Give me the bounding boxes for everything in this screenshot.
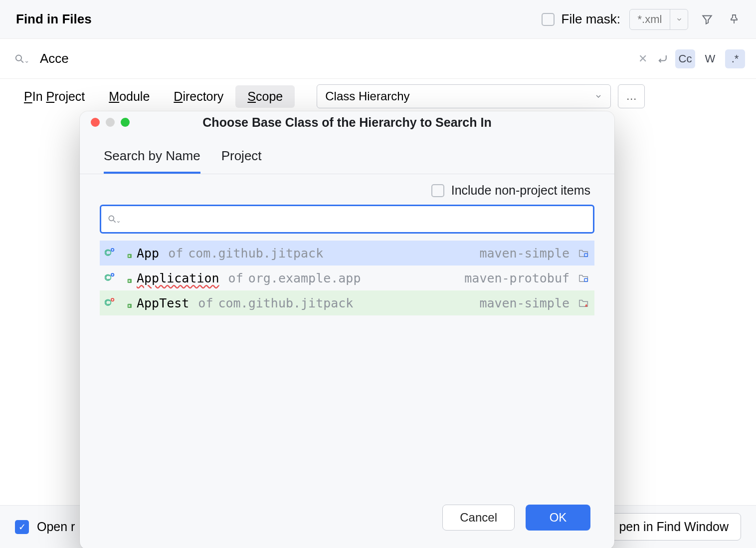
runnable-indicator-icon: [121, 297, 132, 308]
svg-line-1: [21, 60, 23, 62]
search-options: ✕ Cc W .*: [634, 49, 745, 68]
class-name: App: [137, 246, 159, 261]
scope-dropdown-value: Class Hierarchy: [325, 89, 409, 103]
runnable-indicator-icon: [121, 248, 132, 259]
list-item[interactable]: AppTest of com.github.jitpackmaven-simpl…: [100, 290, 594, 315]
choose-base-class-dialog: Choose Base Class of the Hierarchy to Se…: [80, 111, 614, 548]
svg-point-0: [16, 55, 21, 60]
scope-dropdown[interactable]: Class Hierarchy: [317, 84, 611, 108]
scope-more-button[interactable]: …: [618, 84, 645, 108]
open-results-checkbox[interactable]: ✓: [15, 520, 29, 534]
file-mask-input[interactable]: [630, 9, 670, 29]
scope-bar: PIn Project Module Directory Scope Class…: [0, 79, 756, 114]
of-label: of: [198, 296, 213, 310]
module-name: maven-simple: [479, 296, 569, 310]
filter-icon[interactable]: [699, 11, 715, 27]
test-folder-icon: [578, 297, 589, 308]
open-in-find-window-button[interactable]: pen in Find Window: [606, 513, 741, 541]
ok-button[interactable]: OK: [526, 505, 590, 531]
dialog-title: Choose Base Class of the Hierarchy to Se…: [80, 115, 614, 130]
results-list: App of com.github.jitpackmaven-simpleApp…: [100, 241, 594, 315]
dialog-titlebar[interactable]: Choose Base Class of the Hierarchy to Se…: [80, 111, 614, 133]
dialog-buttons: Cancel OK: [80, 505, 614, 548]
scope-tab-in-project[interactable]: PIn Project: [12, 85, 97, 108]
class-icon: [105, 248, 116, 259]
pin-icon[interactable]: [726, 11, 742, 27]
class-name: Application: [137, 271, 219, 285]
package-name: com.github.jitpack: [188, 246, 323, 261]
clear-icon[interactable]: ✕: [634, 52, 651, 65]
list-item[interactable]: App of com.github.jitpackmaven-simple: [100, 241, 594, 266]
scope-tab-scope[interactable]: Scope: [235, 85, 295, 108]
file-mask-checkbox[interactable]: [542, 13, 555, 26]
words-toggle[interactable]: W: [700, 49, 720, 68]
of-label: of: [228, 271, 243, 285]
search-bar: ✕ Cc W .*: [0, 39, 756, 79]
list-item[interactable]: Application of org.example.appmaven-prot…: [100, 266, 594, 290]
module-name: maven-protobuf: [464, 271, 569, 285]
scope-tab-directory[interactable]: Directory: [162, 85, 235, 108]
search-icon: [107, 214, 121, 224]
file-mask-combo[interactable]: [629, 9, 688, 30]
source-folder-icon: [578, 248, 589, 259]
chevron-down-icon: [594, 92, 602, 100]
class-name: AppTest: [137, 296, 189, 310]
class-search-input[interactable]: [126, 213, 587, 226]
tab-project[interactable]: Project: [221, 148, 262, 174]
class-search-field[interactable]: [100, 205, 594, 234]
svg-point-2: [109, 216, 114, 221]
package-name: com.github.jitpack: [218, 296, 353, 310]
search-input[interactable]: [40, 51, 634, 66]
runnable-indicator-icon: [121, 273, 132, 283]
class-icon: [105, 273, 116, 283]
tab-search-by-name[interactable]: Search by Name: [104, 148, 200, 174]
file-mask-label: File mask:: [562, 11, 620, 27]
package-name: org.example.app: [248, 271, 361, 285]
cancel-button[interactable]: Cancel: [442, 505, 515, 531]
scope-tab-module[interactable]: Module: [97, 85, 162, 108]
source-folder-icon: [578, 273, 589, 283]
page-title: Find in Files: [16, 11, 92, 27]
include-non-project-checkbox[interactable]: [431, 184, 444, 197]
include-non-project-row: Include non-project items: [80, 174, 614, 205]
include-non-project-label: Include non-project items: [451, 183, 590, 198]
chevron-down-icon[interactable]: [670, 9, 688, 29]
search-icon[interactable]: [14, 51, 29, 66]
regex-toggle[interactable]: .*: [725, 49, 745, 68]
open-results-label-truncated: Open r: [37, 520, 75, 534]
svg-line-3: [114, 221, 116, 223]
new-line-icon[interactable]: [656, 52, 670, 66]
dialog-tabs: Search by Name Project: [80, 133, 614, 174]
class-icon: [105, 297, 116, 308]
module-name: maven-simple: [479, 246, 569, 261]
of-label: of: [168, 246, 183, 261]
find-in-files-header: Find in Files File mask:: [0, 0, 756, 39]
match-case-toggle[interactable]: Cc: [675, 49, 695, 68]
